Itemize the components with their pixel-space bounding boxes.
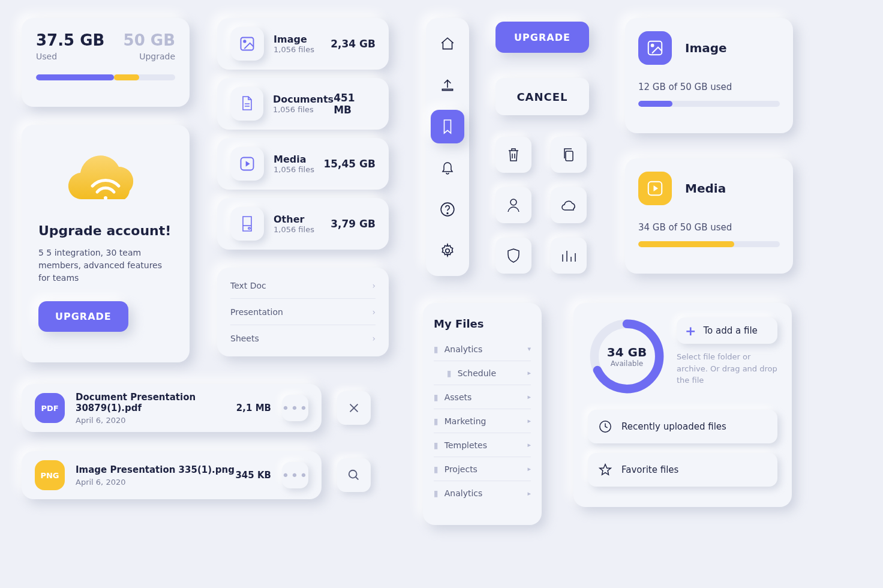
close-icon [347,401,361,415]
copy-icon [561,147,576,163]
nav-home[interactable] [431,27,464,61]
trash-button[interactable] [495,137,531,173]
folder-item[interactable]: ▮Schedule▸ [434,361,531,385]
add-file-label: To add a file [703,325,757,336]
add-file-button[interactable]: + To add a file [677,317,777,344]
pdf-badge: PDF [35,393,65,423]
folder-item[interactable]: ▮Marketing▸ [434,409,531,433]
nav-settings[interactable] [431,234,464,268]
storage-used-value: 37.5 GB [36,31,104,49]
chart-button[interactable] [551,238,587,274]
file-type-sub: 1,056 files [273,105,334,114]
file-type-name: Other [274,214,331,225]
folder-icon: ▮ [434,344,439,354]
file-type-item-other[interactable]: Other1,056 files 3,79 GB [217,198,389,250]
file-row[interactable]: PDF Document Presentation 30879(1).pdf A… [22,384,322,432]
star-icon [599,463,612,476]
storage-summary-panel: 34 GB Available + To add a file Select f… [573,303,792,507]
cloud-button[interactable] [551,187,587,223]
storage-progress [36,74,175,80]
quick-link-favorite[interactable]: Favorite files [588,453,777,487]
nav-upload[interactable] [431,68,464,102]
file-type-item-media[interactable]: Media1,056 files 15,45 GB [217,138,389,190]
folder-item[interactable]: ▮Templetes▸ [434,433,531,457]
usage-detail: 34 GB of 50 GB used [638,222,780,233]
file-row[interactable]: PNG Image Presentation 335(1).png April … [22,451,322,499]
chevron-right-icon: ▸ [527,417,531,425]
cancel-button[interactable]: CANCEL [495,78,589,115]
usage-card-image[interactable]: Image 12 GB of 50 GB used [625,18,793,133]
file-type-size: 451 MB [334,92,376,116]
svg-point-8 [446,248,450,253]
file-type-size: 2,34 GB [331,38,376,50]
help-icon [440,202,455,217]
upgrade-pill-button[interactable]: UPGRADE [495,22,589,53]
chevron-right-icon: › [372,307,376,317]
plus-icon: + [685,323,696,338]
chevron-down-icon: ▾ [527,345,531,353]
upgrade-button[interactable]: UPGRADE [38,301,128,332]
doc-menu-item[interactable]: Sheets› [230,325,376,352]
usage-detail: 12 GB of 50 GB used [638,82,780,92]
document-icon [230,87,263,121]
cloud-wifi-icon [64,149,148,209]
chevron-right-icon: › [372,334,376,343]
file-name: Image Presentation 335(1).png [76,464,235,475]
file-type-name: Documents [273,94,334,105]
folder-icon: ▮ [434,392,439,402]
quick-link-recent[interactable]: Recently uploaded files [588,410,777,443]
my-files-panel: My Files ▮Analytics▾ ▮Schedule▸ ▮Assets▸… [423,303,542,525]
usage-card-media[interactable]: Media 34 GB of 50 GB used [625,158,793,274]
upgrade-subtitle: 5 5 integration, 30 team members, advanc… [38,247,173,284]
usage-title: Image [685,41,727,55]
copy-button[interactable] [551,137,587,173]
file-type-sub: 1,056 files [274,45,331,54]
svg-point-2 [244,40,246,43]
file-type-item-documents[interactable]: Documents1,056 files 451 MB [217,78,389,130]
svg-rect-9 [566,151,573,161]
storage-total-value: 50 GB [124,31,175,49]
folder-item[interactable]: ▮Analytics▸ [434,481,531,505]
file-date: April 6, 2020 [76,416,236,425]
nav-notifications[interactable] [431,151,464,185]
usage-progress [638,241,780,247]
file-type-item-image[interactable]: Image1,056 files 2,34 GB [217,18,389,70]
my-files-title: My Files [434,317,531,330]
file-date: April 6, 2020 [76,478,235,487]
folder-icon: ▮ [434,416,439,426]
profile-button[interactable] [495,187,531,223]
folder-icon: ▮ [434,440,439,450]
svg-point-5 [349,470,357,478]
doc-menu-item[interactable]: Presentation› [230,299,376,325]
donut-label: Available [611,359,643,368]
clock-icon [599,420,612,433]
folder-item[interactable]: ▮Assets▸ [434,385,531,409]
close-button[interactable] [337,391,371,425]
folder-item[interactable]: ▮Analytics▾ [434,337,531,361]
more-button[interactable]: ••• [282,462,308,488]
bookmark-icon [441,119,454,134]
file-type-sub: 1,056 files [274,225,331,234]
play-icon [638,172,672,205]
storage-donut: 34 GB Available [588,317,666,395]
svg-point-0 [104,196,107,200]
chevron-right-icon: ▸ [527,369,531,377]
trash-icon [506,147,521,163]
doc-type-menu: Text Doc› Presentation› Sheets› [217,268,389,356]
svg-point-12 [651,44,654,47]
usage-title: Media [685,181,726,196]
png-badge: PNG [35,460,65,490]
search-button[interactable] [337,458,371,492]
storage-used-label: Used [36,52,104,61]
bell-icon [440,160,455,176]
nav-help[interactable] [431,193,464,226]
svg-point-10 [510,199,516,205]
doc-menu-item[interactable]: Text Doc› [230,272,376,299]
folder-item[interactable]: ▮Projects▸ [434,457,531,481]
shield-button[interactable] [495,238,531,274]
more-button[interactable]: ••• [282,395,308,421]
storage-card: 37.5 GB Used 50 GB Upgrade [22,18,190,107]
file-name: Document Presentation 30879(1).pdf [76,392,236,413]
image-icon [230,27,264,61]
nav-bookmark[interactable] [431,110,464,143]
